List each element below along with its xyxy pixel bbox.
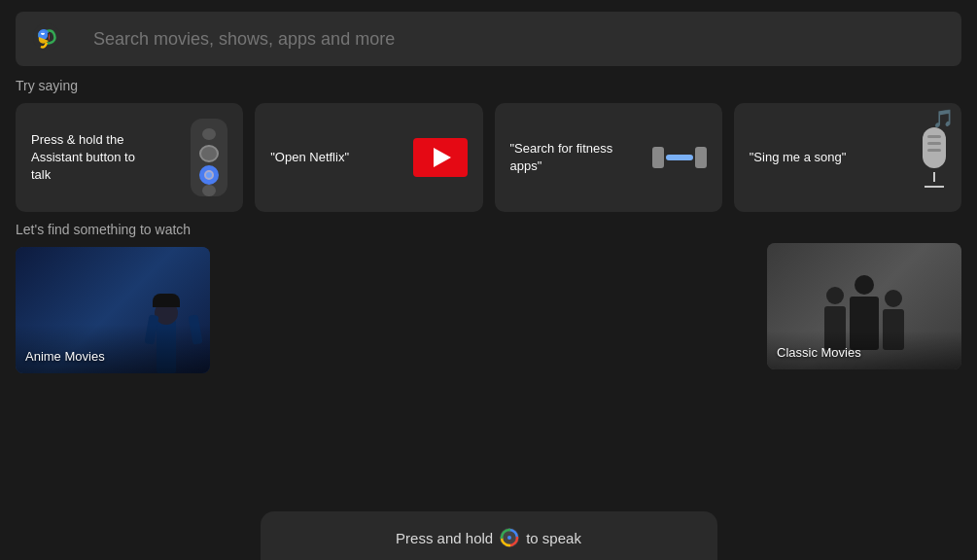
try-card-search-fitness-text: "Search for fitness apps": [510, 140, 618, 175]
search-input[interactable]: [74, 29, 946, 50]
keyboard-hint-suffix: to speak: [526, 530, 581, 546]
microphone-icon: 🎵: [923, 127, 946, 188]
dumbbell-icon: [652, 147, 707, 168]
search-bar[interactable]: [16, 12, 961, 66]
find-something-label: Let's find something to watch: [16, 222, 961, 237]
try-saying-cards: Press & hold the Assistant button to tal…: [16, 103, 961, 212]
try-card-sing-song-text: "Sing me a song": [750, 149, 847, 166]
remote-icon: [191, 119, 227, 196]
try-card-open-netflix[interactable]: "Open Netflix": [255, 103, 482, 212]
netflix-icon: [413, 138, 468, 177]
try-card-search-fitness[interactable]: "Search for fitness apps": [495, 103, 722, 212]
classic-movies-label: Classic Movies: [777, 345, 861, 360]
try-card-press-hold[interactable]: Press & hold the Assistant button to tal…: [16, 103, 243, 212]
assistant-icon: [499, 527, 520, 548]
google-assistant-icon: [31, 21, 62, 56]
try-saying-label: Try saying: [16, 78, 961, 93]
keyboard-hint: Press and hold to speak: [276, 527, 702, 548]
try-card-open-netflix-text: "Open Netflix": [270, 149, 349, 166]
anime-movies-card[interactable]: Anime Movies: [16, 247, 210, 373]
try-card-press-hold-text: Press & hold the Assistant button to tal…: [31, 131, 139, 185]
anime-movies-label: Anime Movies: [25, 349, 105, 364]
music-note-icon: 🎵: [932, 108, 954, 129]
classic-movies-card[interactable]: Classic Movies: [767, 243, 961, 369]
keyboard-overlay: Press and hold to speak q1 w2 e3 r4 t5 y…: [261, 511, 717, 560]
svg-point-10: [507, 536, 511, 540]
keyboard-hint-prefix: Press and hold: [396, 530, 493, 546]
try-card-sing-song[interactable]: "Sing me a song" 🎵: [734, 103, 961, 212]
